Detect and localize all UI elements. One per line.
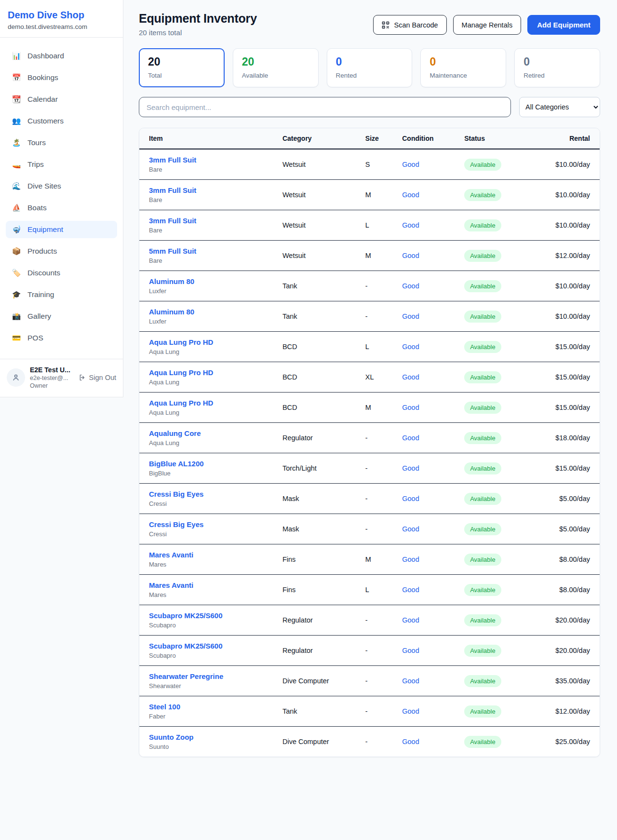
equipment-item-link[interactable]: Aqua Lung Pro HD <box>149 338 263 346</box>
item-cell: Steel 100 Faber <box>139 696 273 727</box>
condition-link[interactable]: Good <box>402 252 419 259</box>
rental-cell: $5.00/day <box>531 484 600 514</box>
condition-link[interactable]: Good <box>402 464 419 472</box>
sidebar-item-label: Training <box>27 290 54 299</box>
equipment-item-link[interactable]: Suunto Zoop <box>149 733 263 741</box>
sidebar-item-training[interactable]: 🎓 Training <box>6 286 117 303</box>
equipment-item-link[interactable]: 3mm Full Suit <box>149 156 263 164</box>
condition-link[interactable]: Good <box>402 373 419 381</box>
stat-label: Available <box>242 72 309 79</box>
equipment-item-link[interactable]: Aqua Lung Pro HD <box>149 368 263 377</box>
sidebar-item-equipment[interactable]: 🤿 Equipment <box>6 221 117 238</box>
equipment-item-link[interactable]: Mares Avanti <box>149 551 263 559</box>
condition-link[interactable]: Good <box>402 343 419 351</box>
search-input[interactable] <box>139 97 511 117</box>
equipment-item-link[interactable]: Aluminum 80 <box>149 277 263 285</box>
condition-link[interactable]: Good <box>402 161 419 168</box>
equipment-item-link[interactable]: 3mm Full Suit <box>149 217 263 225</box>
condition-link[interactable]: Good <box>402 647 419 654</box>
equipment-item-link[interactable]: Steel 100 <box>149 703 263 711</box>
calendar-date-icon: 📅 <box>12 73 21 82</box>
shop-domain: demo.test.divestreams.com <box>8 23 112 30</box>
equipment-item-link[interactable]: Scubapro MK25/S600 <box>149 611 263 620</box>
condition-cell: Good <box>392 544 455 575</box>
equipment-item-link[interactable]: Aqualung Core <box>149 429 263 437</box>
equipment-table: Item Category Size Condition Status Rent… <box>139 128 600 757</box>
rental-cell: $10.00/day <box>531 149 600 180</box>
sidebar-item-boats[interactable]: ⛵ Boats <box>6 199 117 217</box>
stat-card-retired[interactable]: 0 Retired <box>514 48 600 87</box>
sidebar-item-gallery[interactable]: 📸 Gallery <box>6 308 117 325</box>
table-row: Suunto Zoop Suunto Dive Computer - Good … <box>139 727 600 757</box>
add-equipment-button[interactable]: Add Equipment <box>527 15 600 35</box>
category-cell: Mask <box>273 514 356 544</box>
rental-cell: $25.00/day <box>531 727 600 757</box>
size-cell: - <box>356 301 392 332</box>
table-row: Steel 100 Faber Tank - Good Available <box>139 696 600 727</box>
stat-card-maintenance[interactable]: 0 Maintenance <box>420 48 506 87</box>
sidebar-item-discounts[interactable]: 🏷️ Discounts <box>6 264 117 282</box>
condition-link[interactable]: Good <box>402 282 419 290</box>
stat-card-total[interactable]: 20 Total <box>139 48 225 87</box>
sidebar-item-tours[interactable]: 🏝️ Tours <box>6 134 117 151</box>
condition-link[interactable]: Good <box>402 404 419 411</box>
equipment-brand: Mares <box>149 591 263 598</box>
scan-barcode-label: Scan Barcode <box>394 21 438 29</box>
status-cell: Available <box>455 271 531 301</box>
equipment-item-link[interactable]: Shearwater Peregrine <box>149 672 263 680</box>
equipment-item-link[interactable]: Cressi Big Eyes <box>149 520 263 528</box>
condition-cell: Good <box>392 514 455 544</box>
sidebar-item-dive-sites[interactable]: 🌊 Dive Sites <box>6 177 117 195</box>
sidebar-item-bookings[interactable]: 📅 Bookings <box>6 69 117 86</box>
equipment-item-link[interactable]: Aqua Lung Pro HD <box>149 399 263 407</box>
equipment-item-link[interactable]: 3mm Full Suit <box>149 186 263 194</box>
equipment-item-link[interactable]: Cressi Big Eyes <box>149 490 263 498</box>
category-select[interactable]: All Categories <box>519 97 600 117</box>
add-equipment-label: Add Equipment <box>537 21 590 29</box>
condition-link[interactable]: Good <box>402 738 419 745</box>
condition-link[interactable]: Good <box>402 191 419 199</box>
size-cell: - <box>356 666 392 696</box>
condition-link[interactable]: Good <box>402 616 419 624</box>
manage-rentals-button[interactable]: Manage Rentals <box>453 15 522 35</box>
sidebar-item-label: Customers <box>27 117 64 125</box>
condition-link[interactable]: Good <box>402 495 419 502</box>
table-row: Cressi Big Eyes Cressi Mask - Good Avail… <box>139 484 600 514</box>
condition-link[interactable]: Good <box>402 555 419 563</box>
scan-barcode-button[interactable]: Scan Barcode <box>373 15 446 35</box>
sidebar-item-products[interactable]: 📦 Products <box>6 243 117 260</box>
sidebar-item-trips[interactable]: 🚤 Trips <box>6 156 117 173</box>
sidebar-item-customers[interactable]: 👥 Customers <box>6 112 117 130</box>
stat-card-available[interactable]: 20 Available <box>233 48 319 87</box>
column-header-rental: Rental <box>531 128 600 149</box>
sidebar-item-pos[interactable]: 💳 POS <box>6 329 117 347</box>
item-cell: 3mm Full Suit Bare <box>139 180 273 210</box>
sidebar-item-calendar[interactable]: 📆 Calendar <box>6 91 117 108</box>
sidebar-item-label: Dashboard <box>27 52 64 60</box>
equipment-brand: Cressi <box>149 500 263 507</box>
equipment-item-link[interactable]: Scubapro MK25/S600 <box>149 642 263 650</box>
size-cell: M <box>356 544 392 575</box>
condition-link[interactable]: Good <box>402 525 419 533</box>
equipment-item-link[interactable]: Mares Avanti <box>149 581 263 589</box>
sidebar-item-dashboard[interactable]: 📊 Dashboard <box>6 47 117 65</box>
condition-link[interactable]: Good <box>402 677 419 685</box>
status-badge: Available <box>464 432 501 444</box>
table-row: 5mm Full Suit Bare Wetsuit M Good Availa… <box>139 241 600 271</box>
condition-link[interactable]: Good <box>402 586 419 594</box>
condition-link[interactable]: Good <box>402 707 419 715</box>
equipment-item-link[interactable]: BigBlue AL1200 <box>149 460 263 468</box>
equipment-brand: Faber <box>149 713 263 720</box>
status-badge: Available <box>464 584 501 596</box>
status-badge: Available <box>464 311 501 323</box>
category-cell: BCD <box>273 362 356 393</box>
sign-out-button[interactable]: Sign Out <box>79 374 116 381</box>
stat-card-rented[interactable]: 0 Rented <box>327 48 413 87</box>
sidebar-item-label: Dive Sites <box>27 182 61 190</box>
condition-link[interactable]: Good <box>402 312 419 320</box>
status-badge: Available <box>464 159 501 171</box>
condition-link[interactable]: Good <box>402 221 419 229</box>
condition-link[interactable]: Good <box>402 434 419 442</box>
equipment-item-link[interactable]: 5mm Full Suit <box>149 247 263 255</box>
equipment-item-link[interactable]: Aluminum 80 <box>149 308 263 316</box>
